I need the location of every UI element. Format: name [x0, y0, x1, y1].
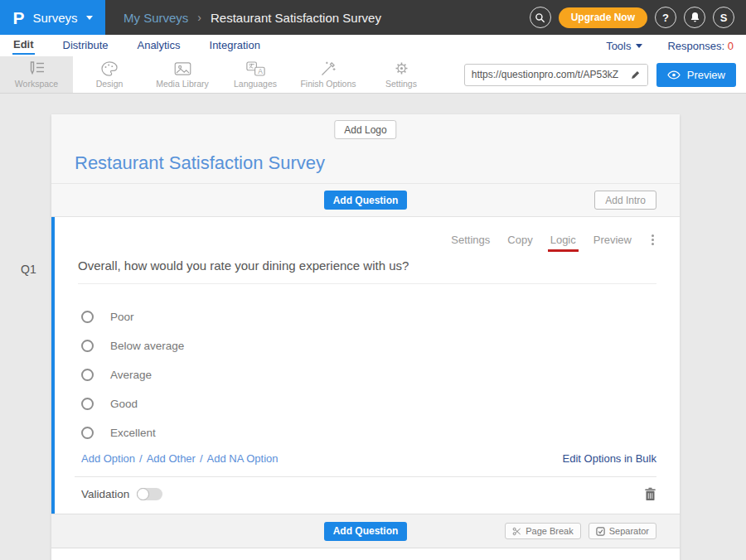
option-row: Average — [81, 360, 656, 389]
question-preview-link[interactable]: Preview — [593, 234, 632, 246]
question-more-options-icon[interactable] — [649, 234, 656, 246]
option-label[interactable]: Below average — [110, 340, 184, 352]
option-row: Good — [81, 389, 656, 418]
validation-label: Validation — [81, 488, 129, 500]
editor-toolbar: Workspace Design Media Library A Languag… — [0, 56, 746, 94]
search-icon — [535, 12, 545, 23]
chevron-down-icon — [86, 16, 93, 20]
tabbar-right: Tools Responses: 0 — [606, 40, 734, 52]
upgrade-now-button[interactable]: Upgrade Now — [559, 7, 647, 28]
bell-icon — [690, 12, 700, 23]
survey-editor-card: Add Logo Restaurant Satisfaction Survey … — [51, 114, 680, 560]
radio-button-icon[interactable] — [81, 369, 94, 381]
footer-right-buttons: Page Break Separator — [505, 523, 656, 539]
toolbar-item-label: Settings — [385, 79, 417, 89]
toolbar-item-workspace[interactable]: Workspace — [0, 56, 73, 93]
trash-icon — [644, 487, 656, 501]
next-section-strip — [51, 548, 680, 560]
toolbar-item-settings[interactable]: Settings — [365, 56, 438, 93]
separator-button[interactable]: Separator — [589, 523, 656, 539]
toggle-knob — [137, 488, 149, 500]
responses-label: Responses: — [667, 40, 724, 52]
question-text[interactable]: Overall, how would you rate your dining … — [78, 258, 656, 284]
survey-link-area: Preview — [464, 56, 736, 93]
toolbar-item-languages[interactable]: A Languages — [219, 56, 292, 93]
svg-text:A: A — [258, 66, 263, 75]
help-button[interactable]: ? — [655, 7, 676, 28]
tools-dropdown[interactable]: Tools — [606, 40, 642, 52]
workspace-icon — [27, 60, 46, 76]
add-logo-button[interactable]: Add Logo — [334, 120, 396, 139]
header-actions: Upgrade Now ? S — [530, 7, 734, 28]
question-logic-link[interactable]: Logic — [550, 234, 576, 246]
survey-url-input[interactable] — [465, 69, 625, 80]
tab-edit[interactable]: Edit — [12, 36, 35, 55]
add-question-button-top[interactable]: Add Question — [324, 191, 408, 210]
question-action-menu: Settings Copy Logic Preview — [75, 217, 656, 246]
option-label[interactable]: Average — [110, 369, 152, 381]
radio-button-icon[interactable] — [81, 340, 94, 352]
toolbar-item-media-library[interactable]: Media Library — [146, 56, 219, 93]
add-question-button-bottom[interactable]: Add Question — [324, 522, 408, 541]
option-label[interactable]: Excellent — [110, 427, 156, 439]
separator-label: Separator — [609, 526, 649, 536]
answer-options-list: Poor Below average Average Good Excellen… — [75, 302, 656, 447]
toolbar-item-design[interactable]: Design — [73, 56, 146, 93]
toolbar-item-finish-options[interactable]: Finish Options — [292, 56, 365, 93]
tab-analytics[interactable]: Analytics — [136, 37, 181, 54]
eye-icon — [667, 70, 681, 80]
breadcrumb-current-survey: Restaurant Satisfaction Survey — [211, 11, 381, 25]
checkbox-icon — [596, 527, 605, 536]
question-settings-link[interactable]: Settings — [451, 234, 490, 246]
toolbar-item-label: Design — [96, 79, 124, 89]
chevron-down-icon — [636, 44, 642, 48]
notifications-button[interactable] — [684, 7, 705, 28]
magic-wand-icon — [320, 60, 337, 76]
search-button[interactable] — [530, 7, 551, 28]
page-break-button[interactable]: Page Break — [505, 523, 580, 539]
add-intro-button[interactable]: Add Intro — [594, 191, 656, 210]
breadcrumb: My Surveys › Restaurant Satisfaction Sur… — [124, 11, 381, 25]
breadcrumb-my-surveys[interactable]: My Surveys — [124, 11, 188, 25]
avatar-initial: S — [720, 12, 728, 24]
add-other-link[interactable]: Add Other — [147, 452, 196, 465]
breadcrumb-separator: › — [197, 11, 201, 24]
palette-icon — [101, 60, 118, 76]
translate-icon: A — [246, 60, 265, 76]
question-block-q1: Settings Copy Logic Preview Overall, how… — [51, 217, 680, 514]
preview-button[interactable]: Preview — [656, 63, 736, 87]
radio-button-icon[interactable] — [81, 311, 94, 323]
validation-row: Validation — [75, 476, 656, 501]
delete-question-button[interactable] — [644, 487, 656, 501]
add-option-link[interactable]: Add Option — [81, 452, 135, 465]
add-option-links: Add Option / Add Other / Add NA Option — [81, 452, 279, 465]
option-label[interactable]: Good — [110, 398, 138, 410]
tab-integration[interactable]: Integration — [209, 37, 261, 54]
question-number-label: Q1 — [21, 263, 36, 276]
edit-url-button[interactable] — [625, 65, 647, 85]
responses-indicator[interactable]: Responses: 0 — [667, 40, 734, 52]
survey-header-section: Add Logo Restaurant Satisfaction Survey — [51, 114, 680, 184]
account-avatar[interactable]: S — [713, 7, 734, 28]
option-links-row: Add Option / Add Other / Add NA Option E… — [81, 452, 656, 465]
radio-button-icon[interactable] — [81, 398, 94, 410]
add-question-row-top: Add Question Add Intro — [51, 184, 680, 217]
add-na-option-link[interactable]: Add NA Option — [207, 452, 279, 465]
option-label[interactable]: Poor — [110, 311, 134, 323]
option-row: Excellent — [81, 418, 656, 447]
product-menu-label: Surveys — [32, 11, 77, 25]
responses-count: 0 — [728, 40, 734, 52]
validation-toggle[interactable] — [137, 488, 162, 500]
edit-options-in-bulk-link[interactable]: Edit Options in Bulk — [563, 452, 656, 465]
radio-button-icon[interactable] — [81, 427, 94, 439]
toolbar-item-label: Media Library — [156, 79, 209, 89]
option-row: Poor — [81, 302, 656, 331]
question-copy-link[interactable]: Copy — [507, 234, 532, 246]
add-question-row-bottom: Add Question Page Break Separator — [51, 514, 680, 548]
product-menu[interactable]: P Surveys — [0, 0, 105, 35]
link-separator: / — [139, 452, 143, 465]
image-icon — [174, 60, 191, 76]
survey-title[interactable]: Restaurant Satisfaction Survey — [75, 152, 325, 174]
survey-nav-tabs: Edit Distribute Analytics Integration To… — [0, 35, 746, 56]
tab-distribute[interactable]: Distribute — [62, 37, 109, 54]
